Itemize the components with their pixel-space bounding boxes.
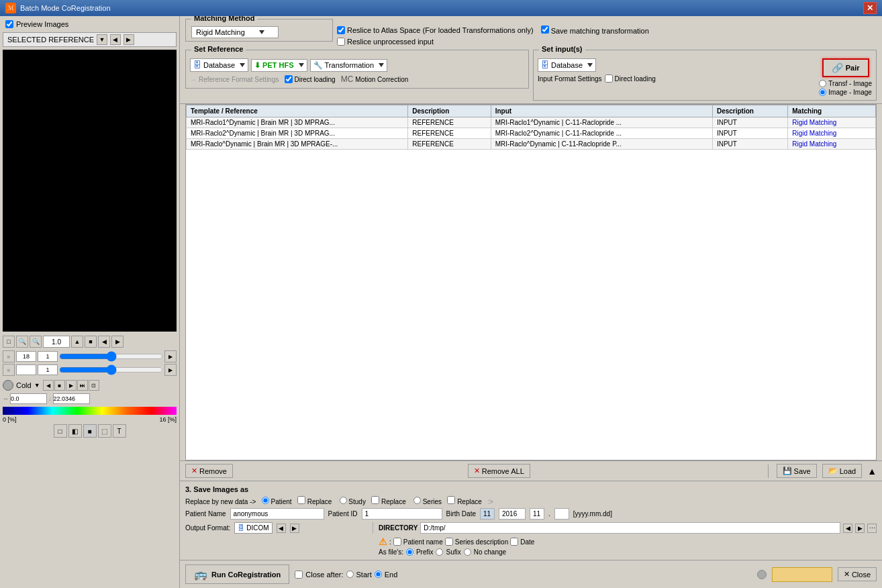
tool-square[interactable]: □ [3,336,15,348]
table-row[interactable]: MRI-Raclo^Dynamic | Brain MR | 3D MPRAGE… [187,139,876,150]
tool-play[interactable]: ▶ [111,336,124,348]
prefix-radio[interactable] [406,548,413,556]
slider2-val2-input[interactable] [38,364,58,375]
replace2-checkbox[interactable] [371,496,379,504]
cold-nav-left[interactable]: ◀ [43,380,54,391]
slider1-right-arrow[interactable]: ▶ [164,350,177,362]
zoom-input[interactable]: 1.0 [43,336,70,348]
dir-prev-btn[interactable]: ◀ [843,524,852,533]
slider1-range[interactable] [59,352,163,361]
cold-nav-fast[interactable]: ⏭ [77,380,88,391]
output-prev-btn[interactable]: ◀ [277,524,286,533]
slider2-range[interactable] [59,365,163,375]
coord-x-input[interactable] [10,393,47,404]
input-database-selector[interactable]: 🗄 Database [538,58,596,72]
output-next-btn[interactable]: ▶ [290,524,299,533]
series-radio[interactable] [413,497,421,504]
tool-next-frame[interactable]: ◀ [98,336,110,348]
slider1-val1-input[interactable] [16,351,36,362]
progress-bar [772,567,832,582]
matching-method-dropdown[interactable]: Rigid Matching [191,26,279,38]
reslice-atlas-checkbox[interactable] [337,26,345,34]
study-radio[interactable] [340,497,347,504]
birth-month-input[interactable] [530,508,544,520]
run-coregistration-button[interactable]: 🚌 Run CoRegistration [185,565,289,584]
slider1-val2-input[interactable] [38,351,58,362]
thumb-btn-5[interactable]: T [113,424,126,438]
tool-stop[interactable]: ■ [85,336,97,348]
ref-direct-loading-checkbox[interactable] [285,75,293,83]
ref-pet-selector[interactable]: ⬇ PET HFS [251,59,307,72]
date-cb[interactable] [510,538,518,546]
selected-ref-prev[interactable]: ◀ [110,34,121,45]
close-after-checkbox[interactable] [295,571,303,579]
slider2-val1-input[interactable] [16,364,36,375]
birth-sep-input[interactable] [554,508,569,520]
cold-nav-stop[interactable]: ■ [54,380,65,391]
dir-options-btn[interactable]: ⋯ [867,524,877,533]
directory-input[interactable] [420,522,840,534]
save-button[interactable]: 💾 Save [777,464,817,478]
tool-zoom-in[interactable]: 🔍 [16,336,28,348]
remove-button[interactable]: ✕ Remove [185,464,233,478]
remove-all-button[interactable]: ✕ Remove ALL [468,464,530,478]
cold-dropdown[interactable]: ▼ [34,382,40,389]
table-row[interactable]: MRI-Raclo1^Dynamic | Brain MR | 3D MPRAG… [187,117,876,128]
save-matching-checkbox[interactable] [541,26,549,34]
slider2-right-arrow[interactable]: ▶ [164,364,177,376]
start-radio[interactable] [346,571,354,578]
save-images-section: 3. Save Images as Replace by new data ->… [180,481,882,560]
motion-correction-btn[interactable]: MC Motion Correction [341,75,409,84]
thumb-btn-2[interactable]: ◧ [68,424,82,438]
birth-year-input[interactable] [499,508,526,520]
patient-name-input[interactable] [230,508,324,520]
no-change-radio[interactable] [464,548,471,556]
motion-correction-icon: MC [341,75,354,84]
reslice-unprocessed-checkbox[interactable] [337,38,345,46]
table-cell: REFERENCE [408,139,491,150]
selected-reference-bar: SELECTED REFERENCE ▼ ◀ ▶ [3,32,177,47]
dir-next-btn[interactable]: ▶ [855,524,865,533]
thumb-btn-1[interactable]: □ [54,424,67,438]
table-row[interactable]: MRI-Raclo2^Dynamic | Brain MR | 3D MPRAG… [187,128,876,139]
coord-icon: ↔ [3,395,9,402]
thumb-btn-3[interactable]: ■ [83,424,97,438]
ref-format-settings-btn[interactable]: → Reference Format Settings [190,76,279,83]
run-icon: 🚌 [194,568,207,581]
replace1-checkbox[interactable] [297,496,305,504]
suffix-radio[interactable] [436,548,443,556]
arrow-right-icon: :> [487,498,493,505]
coord-y-input[interactable] [53,393,90,404]
input-direct-loading-checkbox[interactable] [605,75,613,83]
thumb-btn-4[interactable]: ⬚ [98,424,111,438]
patient-name-cb[interactable] [393,538,401,546]
birth-day-input[interactable] [480,508,495,520]
transf-image-radio[interactable] [819,80,826,87]
end-radio[interactable] [375,571,382,578]
ref-transform-selector[interactable]: 🔧 Transformation [310,59,388,72]
load-button[interactable]: 📂 Load [822,464,862,478]
patient-id-input[interactable] [362,508,442,520]
image-tools: □ 🔍 🔍 1.0 ▲ ■ ◀ ▶ [0,334,179,349]
ref-database-selector[interactable]: 🗄 Database [190,58,248,72]
pair-button[interactable]: 🔗 Pair [822,58,869,77]
dicom-selector[interactable]: 🗄 DICOM [234,522,272,534]
tool-zoom-out[interactable]: 🔍 [30,336,42,348]
series-desc-cb[interactable] [445,538,453,546]
remove-x-icon: ✕ [191,467,197,475]
patient-radio[interactable] [262,497,269,504]
close-window-button[interactable]: ✕ [863,2,877,14]
tool-prev-frame[interactable]: ▲ [71,336,83,348]
close-button[interactable]: ✕ Close [838,567,877,581]
replace3-checkbox[interactable] [447,496,455,504]
matching-method-group: Matching Method Rigid Matching [185,19,333,42]
table-cell: REFERENCE [408,117,491,128]
cold-nav-expand[interactable]: ⊡ [89,380,99,391]
selected-ref-dropdown[interactable]: ▼ [97,34,107,45]
expand-panel-button[interactable]: ▲ [867,466,877,477]
selected-ref-next[interactable]: ▶ [124,34,134,45]
cold-nav-right[interactable]: ▶ [66,380,77,391]
image-image-radio[interactable] [819,89,826,96]
preview-images-checkbox[interactable] [5,20,13,28]
input-format-label: Input Format Settings [538,75,602,83]
